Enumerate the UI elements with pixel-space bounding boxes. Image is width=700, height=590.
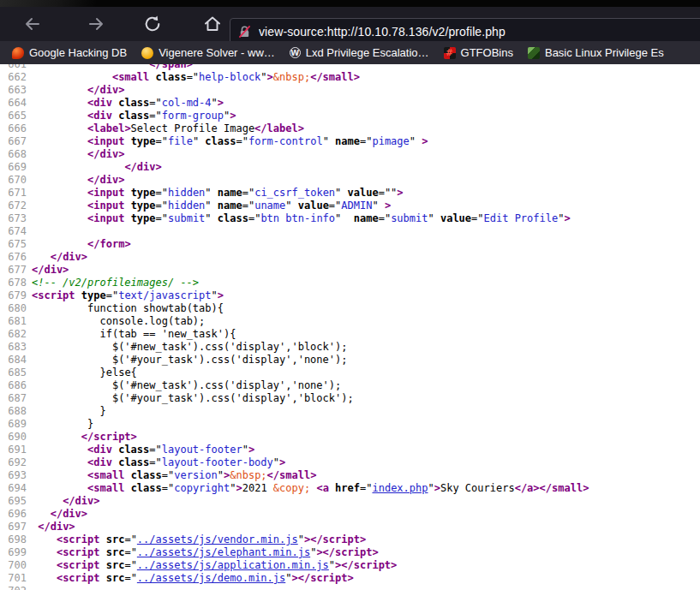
- bookmark-label: GTFOBins: [461, 46, 513, 59]
- reload-button[interactable]: [142, 14, 163, 34]
- line-number: 668: [3, 148, 27, 161]
- source-line: 684 $('#your_task').css('display','none'…: [3, 354, 700, 367]
- line-number: 696: [3, 508, 27, 521]
- line-code: </div>: [32, 174, 124, 187]
- reload-icon: [142, 14, 163, 34]
- line-number: 670: [3, 174, 27, 187]
- line-code: </div>: [32, 161, 162, 174]
- line-code: </script>: [32, 431, 137, 444]
- window-top-highlight: [0, 0, 129, 7]
- line-code: $('#new_task').css('display','block');: [32, 341, 347, 354]
- line-code: </form>: [32, 238, 131, 251]
- line-number: 666: [3, 122, 27, 135]
- bookmark-item[interactable]: Vigenere Solver - ww…: [141, 46, 275, 59]
- source-link[interactable]: ../assets/js/vendor.min.js: [137, 533, 298, 545]
- line-code: function showtab(tab){: [32, 302, 224, 315]
- line-number: 701: [3, 572, 27, 585]
- line-code: }: [32, 405, 106, 418]
- line-code: <div class="form-group">: [32, 110, 236, 122]
- bookmark-item[interactable]: #GTFOBins: [444, 46, 513, 59]
- source-line: 667 <input type="file" class="form-contr…: [3, 135, 700, 148]
- line-code: <script src="../assets/js/vendor.min.js"…: [32, 533, 366, 546]
- line-code: if(tab == 'new_task'){: [32, 328, 236, 341]
- line-code: <small class="copyright">2021 &copy; <a …: [32, 482, 589, 495]
- source-link[interactable]: index.php: [372, 482, 428, 494]
- url-text: view-source:http://10.10.78.136/v2/profi…: [259, 25, 506, 39]
- line-number: 695: [3, 495, 27, 508]
- home-button[interactable]: [202, 14, 223, 34]
- bookmark-item[interactable]: WLxd Privilege Escalatio…: [290, 46, 429, 59]
- line-number: 694: [3, 482, 27, 495]
- line-number: 690: [3, 431, 27, 444]
- insecure-lock-icon[interactable]: [238, 25, 251, 39]
- gtfobins-favicon-icon: #: [444, 47, 456, 59]
- line-number: 664: [3, 97, 27, 110]
- line-code: <div class="layout-footer-body">: [32, 456, 285, 469]
- bookmark-item[interactable]: Google Hacking DB: [12, 46, 127, 59]
- line-code: }else{: [32, 367, 137, 379]
- source-line: 693 <small class="version">&nbsp;</small…: [3, 469, 700, 482]
- bookmark-item[interactable]: Basic Linux Privilege Es: [528, 46, 664, 59]
- line-number: 685: [3, 367, 27, 379]
- line-code: </div>: [32, 508, 87, 521]
- line-code: }: [32, 418, 93, 431]
- vigenere-favicon-icon: [141, 47, 153, 59]
- line-code: </div>: [32, 251, 87, 264]
- source-line: 697 </div>: [3, 521, 700, 533]
- line-number: 671: [3, 187, 27, 200]
- line-number: 673: [3, 212, 27, 225]
- source-line: 682 if(tab == 'new_task'){: [3, 328, 700, 341]
- line-code: </span>: [32, 64, 193, 71]
- source-line: 688 }: [3, 405, 700, 418]
- line-number: 669: [3, 161, 27, 174]
- line-code: <small class="version">&nbsp;</small>: [32, 469, 316, 482]
- line-number: 679: [3, 289, 27, 302]
- line-number: 699: [3, 546, 27, 559]
- line-number: 682: [3, 328, 27, 341]
- window-top-strip: [0, 0, 700, 7]
- home-icon: [202, 14, 223, 34]
- source-line: 669 </div>: [3, 161, 700, 174]
- source-line: 676 </div>: [3, 251, 700, 264]
- line-code: <div class="col-md-4">: [32, 97, 224, 110]
- source-link[interactable]: ../assets/js/application.min.js: [137, 559, 329, 571]
- source-line: 681 console.log(tab);: [3, 315, 700, 328]
- source-line: 683 $('#new_task').css('display','block'…: [3, 341, 700, 354]
- source-line: 690 </script>: [3, 431, 700, 444]
- line-number: 683: [3, 341, 27, 354]
- browser-toolbar: view-source:http://10.10.78.136/v2/profi…: [0, 7, 700, 41]
- source-line: 696 </div>: [3, 508, 700, 521]
- line-number: 689: [3, 418, 27, 431]
- bookmark-label: Lxd Privilege Escalatio…: [306, 46, 429, 59]
- source-line: 678<!-- /v2/profileimages/ -->: [3, 277, 700, 289]
- line-number: 663: [3, 84, 27, 97]
- source-line: 689 }: [3, 418, 700, 431]
- line-code: <script src="../assets/js/demo.min.js"><…: [32, 572, 354, 585]
- forward-button[interactable]: [86, 14, 106, 34]
- line-code: </div>: [32, 148, 124, 161]
- line-code: <script type="text/javascript">: [32, 289, 224, 302]
- source-line: 687 $('#your_task').css('display','block…: [3, 392, 700, 405]
- line-number: 698: [3, 533, 27, 546]
- line-number: 667: [3, 135, 27, 148]
- bookmark-label: Basic Linux Privilege Es: [545, 46, 664, 59]
- line-number: 686: [3, 379, 27, 392]
- line-code: </div>: [32, 84, 124, 97]
- source-code: 661 </span>662 <small class="help-block"…: [0, 64, 700, 590]
- line-code: </div>: [32, 521, 75, 533]
- source-line: 670 </div>: [3, 174, 700, 187]
- line-code: <label>Select Profile Image</label>: [32, 122, 304, 135]
- source-view[interactable]: 661 </span>662 <small class="help-block"…: [0, 64, 700, 590]
- line-code: <input type="submit" class="btn btn-info…: [32, 212, 571, 225]
- source-link[interactable]: ../assets/js/elephant.min.js: [137, 546, 310, 558]
- line-number: 684: [3, 354, 27, 367]
- back-button[interactable]: [22, 14, 43, 34]
- line-code: </div>: [32, 495, 99, 508]
- line-number: 678: [3, 277, 27, 289]
- source-link[interactable]: ../assets/js/demo.min.js: [137, 572, 285, 584]
- line-number: 672: [3, 200, 27, 212]
- source-line: 668 </div>: [3, 148, 700, 161]
- line-number: 688: [3, 405, 27, 418]
- line-code: <input type="hidden" name="ci_csrf_token…: [32, 187, 404, 200]
- line-code: <script src="../assets/js/elephant.min.j…: [32, 546, 379, 559]
